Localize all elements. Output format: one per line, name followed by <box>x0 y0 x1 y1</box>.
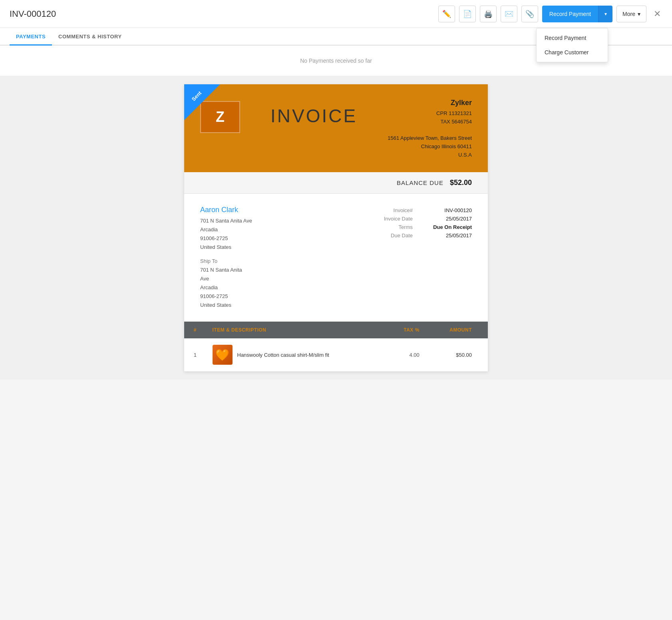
invoice-wrapper: Sent Z INVOICE Zylker CPR 11321321 TAX 5… <box>0 76 672 380</box>
meta-label-due-date: Due Date <box>360 232 413 238</box>
more-label: More <box>622 11 635 17</box>
email-icon: ✉️ <box>505 10 513 18</box>
meta-label-terms: Terms <box>360 224 413 230</box>
record-payment-dropdown-button[interactable]: ▾ <box>598 6 612 22</box>
close-button[interactable]: ✕ <box>652 9 662 19</box>
item-tax: 4.00 <box>386 338 426 372</box>
item-description: 🧡 Hanswooly Cotton casual shirt-M/slim f… <box>206 338 386 372</box>
sent-label: Sent <box>185 84 209 108</box>
col-header-item: ITEM & DESCRIPTION <box>206 322 386 338</box>
more-chevron-icon: ▾ <box>638 11 640 17</box>
sent-ribbon: Sent <box>184 84 224 124</box>
company-tax: TAX 5646754 <box>388 118 472 126</box>
items-table: # ITEM & DESCRIPTION TAX % AMOUNT 1 🧡 Ha… <box>184 322 488 372</box>
edit-icon: ✏️ <box>442 10 451 18</box>
client-address: 701 N Santa Anita Ave Arcadia 91006-2725… <box>200 217 344 252</box>
more-button[interactable]: More ▾ <box>616 6 646 22</box>
email-button[interactable]: ✉️ <box>501 6 517 22</box>
dropdown-record-payment[interactable]: Record Payment <box>537 31 608 45</box>
invoice-title: INVOICE <box>240 105 388 127</box>
header-actions: ✏️ 📄 🖨️ ✉️ 📎 Record Payment ▾ More ▾ ✕ <box>438 6 662 22</box>
invoice-container: Sent Z INVOICE Zylker CPR 11321321 TAX 5… <box>184 84 488 372</box>
meta-value-invoice-date: 25/05/2017 <box>419 216 472 222</box>
meta-label-invoice-date: Invoice Date <box>360 216 413 222</box>
company-address2: Chicago Illinois 60411 <box>388 143 472 151</box>
edit-button[interactable]: ✏️ <box>438 6 455 22</box>
chevron-down-icon: ▾ <box>604 11 607 17</box>
client-name: Aaron Clark <box>200 206 344 214</box>
page-title: INV-000120 <box>10 9 56 19</box>
table-header-row: # ITEM & DESCRIPTION TAX % AMOUNT <box>184 322 488 338</box>
company-cpr: CPR 11321321 <box>388 109 472 118</box>
tab-payments[interactable]: PAYMENTS <box>10 28 52 46</box>
table-row: 1 🧡 Hanswooly Cotton casual shirt-M/slim… <box>184 338 488 372</box>
attach-button[interactable]: 📎 <box>521 6 538 22</box>
record-payment-button[interactable]: Record Payment <box>542 6 598 22</box>
balance-bar: BALANCE DUE $52.00 <box>184 172 488 194</box>
invoice-meta: Invoice# INV-000120 Invoice Date 25/05/2… <box>360 207 472 310</box>
col-header-amount: AMOUNT <box>426 322 488 338</box>
attach-icon: 📎 <box>525 10 534 18</box>
company-info: Zylker CPR 11321321 TAX 5646754 1561 App… <box>388 97 472 159</box>
col-header-tax: TAX % <box>386 322 426 338</box>
meta-value-terms: Due On Receipt <box>419 224 472 230</box>
print-button[interactable]: 🖨️ <box>480 6 497 22</box>
print-icon: 🖨️ <box>484 10 493 18</box>
dropdown-charge-customer[interactable]: Charge Customer <box>537 45 608 60</box>
company-address1: 1561 Appleview Town, Bakers Street <box>388 134 472 143</box>
meta-value-invoice-num: INV-000120 <box>419 207 472 213</box>
tab-comments-history[interactable]: COMMENTS & HISTORY <box>52 28 128 46</box>
invoice-body: Aaron Clark 701 N Santa Anita Ave Arcadi… <box>184 194 488 322</box>
item-content: 🧡 Hanswooly Cotton casual shirt-M/slim f… <box>213 345 380 365</box>
meta-label-invoice-num: Invoice# <box>360 207 413 213</box>
client-info: Aaron Clark 701 N Santa Anita Ave Arcadi… <box>200 206 344 310</box>
company-name: Zylker <box>388 97 472 109</box>
item-image: 🧡 <box>213 345 233 365</box>
balance-amount: $52.00 <box>450 179 472 187</box>
ship-to-address: 701 N Santa Anita Ave Arcadia 91006-2725… <box>200 266 344 310</box>
page-header: INV-000120 ✏️ 📄 🖨️ ✉️ 📎 Record Payment ▾… <box>0 0 672 28</box>
dropdown-menu: Record Payment Charge Customer <box>536 28 608 62</box>
item-amount: $50.00 <box>426 338 488 372</box>
invoice-header: Sent Z INVOICE Zylker CPR 11321321 TAX 5… <box>184 84 488 172</box>
ship-to-label: Ship To <box>200 258 344 264</box>
pdf-icon: 📄 <box>463 10 472 18</box>
pdf-button[interactable]: 📄 <box>459 6 476 22</box>
item-num: 1 <box>184 338 206 372</box>
record-payment-split-button: Record Payment ▾ <box>542 6 612 22</box>
balance-label: BALANCE DUE <box>397 179 443 186</box>
company-address3: U.S.A <box>388 151 472 159</box>
col-header-num: # <box>184 322 206 338</box>
meta-value-due-date: 25/05/2017 <box>419 232 472 238</box>
